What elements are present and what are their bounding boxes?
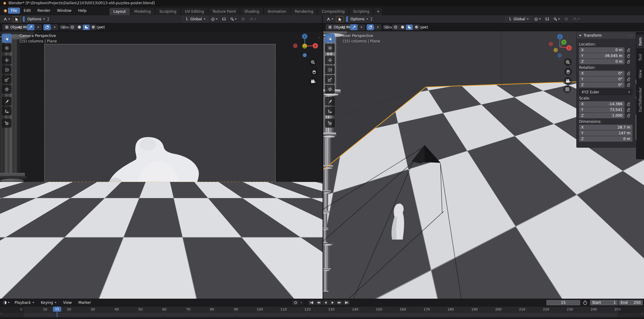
shading-rendered[interactable] <box>413 25 420 30</box>
sidebar-tab-daztoblender[interactable]: DazToBlender <box>636 84 644 116</box>
zoom-icon[interactable] <box>564 58 572 66</box>
editor-type-clock-icon[interactable] <box>2 300 11 306</box>
workspace-tab-animation[interactable]: Animation <box>264 8 290 15</box>
tool-measure[interactable] <box>325 106 335 116</box>
zoom-icon[interactable] <box>309 58 317 66</box>
workspace-tab-compositing[interactable]: Compositing <box>318 8 349 15</box>
lock-icon[interactable] <box>627 114 630 118</box>
lock-icon[interactable] <box>627 83 630 87</box>
options-dropdown[interactable]: Options <box>25 16 48 22</box>
transform-field-location-z[interactable]: Z0 m <box>579 59 625 64</box>
orthographic-toggle-icon[interactable] <box>563 85 571 93</box>
lock-icon[interactable] <box>627 72 630 76</box>
region-expand-arrow[interactable]: › <box>1 311 2 315</box>
tool-cursor[interactable] <box>2 43 12 52</box>
tool-scale[interactable] <box>325 75 335 84</box>
tool-cursor[interactable] <box>325 43 335 52</box>
transform-field-rotation-y[interactable]: Y0° <box>579 76 625 82</box>
shading-options-caret[interactable] <box>98 24 106 30</box>
pan-hand-icon[interactable] <box>564 68 572 76</box>
xray-toggle[interactable] <box>60 24 67 30</box>
timeline-menu-marker[interactable]: Marker <box>76 300 93 306</box>
show-overlays-toggle[interactable] <box>43 24 51 30</box>
snap-toggle[interactable] <box>220 16 228 22</box>
tool-select-box[interactable] <box>2 34 12 43</box>
shading-solid[interactable] <box>399 25 406 30</box>
transform-field-rotation-x[interactable]: X0° <box>579 71 625 76</box>
show-gizmo-toggle[interactable] <box>27 24 34 30</box>
transform-field-scale-z[interactable]: Z1.000 <box>579 113 625 118</box>
editor-type-button[interactable] <box>326 16 334 22</box>
tool-move[interactable] <box>325 55 335 65</box>
workspace-tab-rendering[interactable]: Rendering <box>291 8 317 15</box>
viewport-user[interactable]: User Perspective (15) columns | Plane Z … <box>323 31 644 299</box>
lock-icon[interactable] <box>627 60 630 64</box>
pivot-point-dropdown[interactable] <box>533 16 542 22</box>
play-reverse-button[interactable] <box>322 300 329 305</box>
frame-start-field[interactable]: Start1 <box>590 300 618 305</box>
tool-transform[interactable] <box>325 85 335 94</box>
overlays-options-caret[interactable] <box>51 24 58 30</box>
current-frame-field[interactable]: 15 <box>546 300 580 305</box>
tool-annotate[interactable] <box>2 97 12 106</box>
shading-wireframe[interactable] <box>392 25 399 30</box>
shading-material-preview[interactable] <box>83 25 90 30</box>
lock-icon[interactable] <box>627 54 630 58</box>
proportional-editing-toggle[interactable] <box>563 16 570 22</box>
shading-material-preview[interactable] <box>406 25 413 30</box>
tool-select-box[interactable] <box>325 34 335 43</box>
workspace-tab-modeling[interactable]: Modeling <box>130 8 155 15</box>
transform-field-dimensions-y[interactable]: Y147 m <box>579 130 632 136</box>
workspace-tab-uv-editing[interactable]: UV Editing <box>181 8 208 15</box>
lock-icon[interactable] <box>627 48 630 52</box>
auto-keying-button[interactable] <box>292 300 299 305</box>
timeline-menu-playback[interactable]: Playback <box>12 300 37 306</box>
rotation-mode-dropdown[interactable]: XYZ Euler <box>579 89 632 95</box>
jump-to-end-button[interactable] <box>343 300 350 305</box>
tool-measure[interactable] <box>2 106 12 116</box>
xray-toggle[interactable] <box>383 24 390 30</box>
object-visibility-dropdown[interactable] <box>340 24 349 30</box>
tool-rotate[interactable] <box>2 65 12 74</box>
workspace-tab-scripting[interactable]: Scripting <box>349 8 374 15</box>
timeline-menu-keying[interactable]: Keying <box>38 300 59 306</box>
options-dropdown[interactable]: Options <box>348 16 371 22</box>
jump-to-start-button[interactable] <box>308 300 315 305</box>
timeline-ruler[interactable]: 0102030405060708090100110120130140150160… <box>0 306 644 313</box>
next-keyframe-button[interactable] <box>336 300 343 305</box>
transform-field-dimensions-z[interactable]: Z0 m <box>579 136 632 142</box>
camera-view-icon[interactable] <box>309 77 317 85</box>
overlays-options-caret[interactable] <box>374 24 381 30</box>
object-visibility-dropdown[interactable] <box>17 24 25 30</box>
playhead-frame-badge[interactable]: 15 <box>53 307 61 312</box>
workspace-tab-texture-paint[interactable]: Texture Paint <box>208 8 240 15</box>
show-overlays-toggle[interactable] <box>367 24 374 30</box>
lock-icon[interactable] <box>627 102 630 106</box>
sidebar-expand-arrow[interactable]: ‹ <box>318 35 320 39</box>
menu-help[interactable]: Help <box>75 8 89 14</box>
tool-scale[interactable] <box>2 75 12 84</box>
tool-transform[interactable] <box>2 85 12 94</box>
sidebar-tab-tool[interactable]: Tool <box>636 51 644 64</box>
workspace-tab-sculpting[interactable]: Sculpting <box>155 8 181 15</box>
proportional-editing-toggle[interactable] <box>239 16 247 22</box>
navigation-gizmo[interactable]: Z X <box>291 32 321 61</box>
workspace-tab-layout[interactable]: Layout <box>110 8 130 15</box>
timeline-menu-view[interactable]: View <box>60 300 74 306</box>
menu-render[interactable]: Render <box>34 8 53 14</box>
lock-icon[interactable] <box>627 108 630 112</box>
pan-hand-icon[interactable] <box>310 68 318 76</box>
transform-field-rotation-z[interactable]: Z0° <box>579 82 625 88</box>
tool-add-cube[interactable] <box>2 119 12 128</box>
menu-edit[interactable]: Edit <box>21 8 34 14</box>
sidebar-tab-item[interactable]: Item <box>636 35 644 48</box>
tool-add-cube[interactable] <box>325 119 335 128</box>
camera-view-icon[interactable] <box>564 77 572 85</box>
region-expand-arrow[interactable]: ‹ <box>641 311 642 315</box>
sidebar-tab-view[interactable]: View <box>636 66 644 82</box>
show-gizmo-toggle[interactable] <box>350 24 358 30</box>
editor-type-button[interactable] <box>2 16 11 22</box>
transform-field-dimensions-x[interactable]: X28.7 m <box>579 125 632 130</box>
orientation-dropdown[interactable]: Global <box>505 16 531 22</box>
timeline-track[interactable] <box>0 313 644 317</box>
